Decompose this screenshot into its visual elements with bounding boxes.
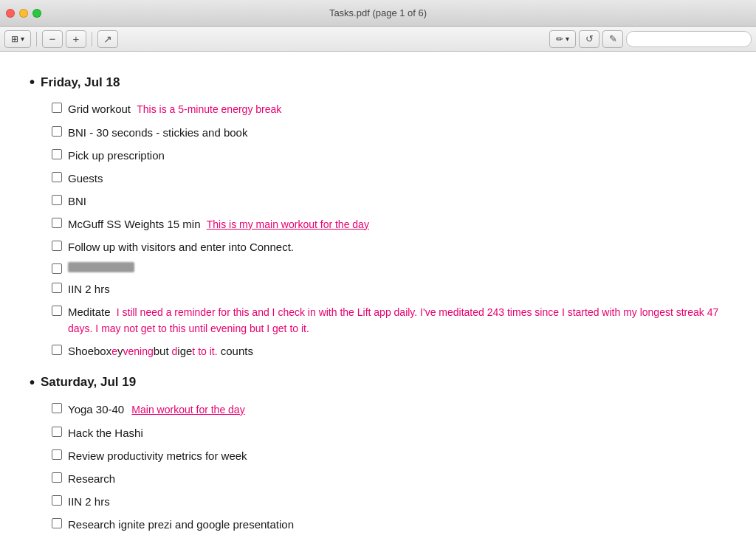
- traffic-lights: [6, 9, 41, 18]
- task-checkbox[interactable]: [52, 218, 62, 228]
- toolbar-right: ✏ ▾ ↺ ✎: [549, 30, 752, 48]
- zoom-in-icon: +: [73, 32, 80, 45]
- list-item: Guests: [52, 170, 726, 186]
- task-label: Follow up with visitors and enter into C…: [68, 239, 294, 255]
- task-checkbox[interactable]: [52, 149, 62, 159]
- zoom-out-icon: −: [49, 32, 56, 45]
- task-checkbox[interactable]: [52, 195, 62, 205]
- annotation-icon: ✎: [609, 33, 617, 44]
- back-icon: ↺: [585, 33, 594, 44]
- shoebox-annotation-1: e: [111, 345, 117, 357]
- friday-header: Friday, Jul 18: [30, 74, 726, 91]
- back-button[interactable]: ↺: [579, 30, 599, 48]
- toolbar-separator-1: [36, 32, 37, 46]
- task-label: Shoeboxeyveningbut diget to it. counts: [68, 343, 253, 359]
- task-label: IIN 2 hrs: [68, 281, 110, 297]
- pen-icon: ✏: [556, 34, 563, 44]
- task-annotation: I still need a reminder for this and I c…: [68, 306, 718, 334]
- toolbar-separator-2: [92, 32, 92, 46]
- task-label: Meditate I still need a reminder for thi…: [68, 304, 726, 336]
- task-checkbox[interactable]: [52, 306, 62, 316]
- shoebox-annotation-4: t to it.: [192, 345, 217, 357]
- list-item: IIN 2 hrs: [52, 281, 726, 297]
- task-label: Research: [68, 471, 115, 486]
- sidebar-icon: ⊞: [11, 34, 18, 44]
- pdf-content: Friday, Jul 18 Grid workout This is a 5-…: [0, 52, 756, 555]
- list-item: Review productivity metrics for week: [52, 448, 726, 463]
- share-icon: ↗: [103, 33, 112, 45]
- window-title: Tasks.pdf (page 1 of 6): [329, 7, 427, 18]
- task-label: IIN 2 hrs: [68, 494, 110, 509]
- zoom-in-button[interactable]: +: [66, 30, 86, 48]
- list-item: McGuff SS Weights 15 min This is my main…: [52, 216, 726, 232]
- task-checkbox[interactable]: [52, 495, 62, 506]
- task-checkbox[interactable]: [52, 403, 62, 413]
- task-annotation: This is my main workout for the day: [207, 218, 369, 230]
- close-button[interactable]: [6, 9, 15, 18]
- task-checkbox[interactable]: [52, 427, 62, 437]
- task-checkbox[interactable]: [52, 518, 62, 528]
- list-item: Research ignite prezi and google present…: [52, 517, 726, 532]
- sidebar-toggle-button[interactable]: ⊞ ▾: [4, 30, 31, 48]
- task-label: Review productivity metrics for week: [68, 448, 247, 463]
- task-label: Research ignite prezi and google present…: [68, 517, 294, 532]
- minimize-button[interactable]: [19, 9, 28, 18]
- task-checkbox[interactable]: [52, 172, 62, 182]
- blurred-task-label: [68, 262, 134, 272]
- pen-tool-button[interactable]: ✏ ▾: [549, 30, 576, 48]
- task-label: McGuff SS Weights 15 min This is my main…: [68, 216, 369, 232]
- task-annotation: Main workout for the day: [131, 404, 244, 416]
- task-checkbox[interactable]: [52, 449, 62, 460]
- list-item: [52, 262, 726, 274]
- task-checkbox[interactable]: [52, 103, 62, 113]
- task-label: BNI - 30 seconds - stickies and book: [68, 125, 247, 140]
- chevron-down-icon: ▾: [21, 35, 24, 43]
- list-item: Meditate I still need a reminder for thi…: [52, 304, 726, 336]
- zoom-out-button[interactable]: −: [42, 30, 63, 48]
- list-item: Shoeboxeyveningbut diget to it. counts: [52, 343, 726, 359]
- task-checkbox[interactable]: [52, 126, 62, 137]
- task-checkbox[interactable]: [52, 345, 62, 355]
- toolbar: ⊞ ▾ − + ↗ ✏ ▾ ↺ ✎: [0, 27, 756, 52]
- list-item: Pick up prescription: [52, 148, 726, 163]
- list-item: Follow up with visitors and enter into C…: [52, 239, 726, 255]
- task-checkbox[interactable]: [52, 472, 62, 483]
- list-item: Hack the Hashi: [52, 425, 726, 441]
- task-checkbox[interactable]: [52, 241, 62, 251]
- task-label: Grid workout This is a 5-minute energy b…: [68, 101, 281, 117]
- list-item: Research: [52, 471, 726, 486]
- shoebox-annotation-2: vening: [123, 345, 154, 357]
- maximize-button[interactable]: [32, 9, 41, 18]
- titlebar: Tasks.pdf (page 1 of 6): [0, 0, 756, 27]
- friday-section: Friday, Jul 18 Grid workout This is a 5-…: [30, 74, 726, 359]
- list-item: IIN 2 hrs: [52, 494, 726, 509]
- task-label: BNI: [68, 193, 86, 209]
- task-label: Guests: [68, 170, 103, 186]
- task-checkbox[interactable]: [52, 283, 62, 293]
- list-item: BNI - 30 seconds - stickies and book: [52, 125, 726, 140]
- task-label: Pick up prescription: [68, 148, 165, 163]
- annotation-button[interactable]: ✎: [602, 30, 623, 48]
- list-item: BNI: [52, 193, 726, 209]
- task-label: Yoga 30-40 Main workout for the day: [68, 401, 245, 418]
- task-label: Hack the Hashi: [68, 425, 143, 441]
- list-item: Grid workout This is a 5-minute energy b…: [52, 101, 726, 117]
- shoebox-annotation-3: d: [169, 345, 178, 357]
- share-button[interactable]: ↗: [97, 30, 118, 48]
- saturday-header: Saturday, Jul 19: [30, 374, 726, 391]
- main-area: Friday, Jul 18 Grid workout This is a 5-…: [0, 52, 756, 555]
- task-annotation: This is a 5-minute energy break: [137, 103, 281, 115]
- pen-chevron-icon: ▾: [566, 35, 569, 43]
- list-item: Yoga 30-40 Main workout for the day: [52, 401, 726, 418]
- saturday-task-list: Yoga 30-40 Main workout for the day Hack…: [52, 401, 726, 532]
- task-checkbox[interactable]: [52, 263, 62, 274]
- saturday-section: Saturday, Jul 19 Yoga 30-40 Main workout…: [30, 374, 726, 532]
- friday-task-list: Grid workout This is a 5-minute energy b…: [52, 101, 726, 359]
- search-input[interactable]: [626, 31, 752, 47]
